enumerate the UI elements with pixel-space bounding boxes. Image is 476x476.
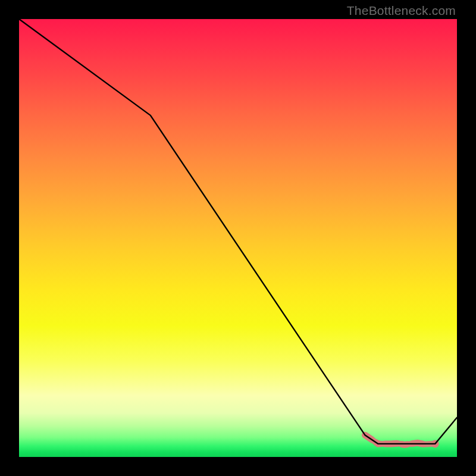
curve-layer <box>19 19 457 457</box>
plot-area <box>19 19 457 457</box>
bottleneck-curve <box>19 19 457 444</box>
highlight-band <box>365 435 439 447</box>
watermark-text: TheBottleneck.com <box>347 4 456 18</box>
chart-stage: TheBottleneck.com <box>0 0 476 476</box>
